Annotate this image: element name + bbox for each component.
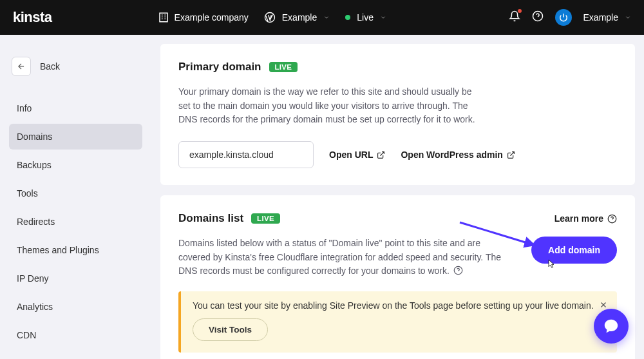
- visit-tools-button[interactable]: Visit Tools: [193, 318, 268, 341]
- domains-list-card: Domains list LIVE Learn more Domains lis…: [160, 195, 635, 359]
- primary-domain-value: example.kinsta.cloud: [178, 141, 314, 168]
- top-bar: kinsta Example company Example Live Exam…: [0, 0, 644, 35]
- chat-icon: [603, 318, 620, 335]
- primary-domain-title: Primary domain: [178, 61, 261, 73]
- site-name: Example: [282, 12, 317, 23]
- header-right: Example: [509, 9, 631, 26]
- external-link-icon: [507, 151, 515, 159]
- svg-rect-0: [160, 13, 167, 22]
- sidebar-item-cdn[interactable]: CDN: [9, 322, 142, 348]
- live-badge: LIVE: [269, 62, 298, 72]
- open-wordpress-admin-link[interactable]: Open WordPress admin: [401, 150, 515, 160]
- chat-widget-button[interactable]: [594, 309, 629, 344]
- open-url-link[interactable]: Open URL: [329, 150, 385, 160]
- site-preview-notice: You can test your site by enabling Site …: [178, 291, 617, 353]
- chevron-down-icon: [625, 14, 631, 21]
- arrow-left-icon: [17, 62, 26, 71]
- learn-more-link[interactable]: Learn more: [554, 213, 617, 224]
- chevron-down-icon: [380, 14, 386, 21]
- sidebar-item-ip-deny[interactable]: IP Deny: [9, 266, 142, 291]
- company-selector[interactable]: Example company: [158, 12, 249, 23]
- status-dot-icon: [345, 15, 350, 20]
- main-content: Primary domain LIVE Your primary domain …: [151, 35, 644, 359]
- environment-label: Live: [357, 12, 374, 23]
- primary-domain-card: Primary domain LIVE Your primary domain …: [160, 44, 635, 185]
- back-label: Back: [40, 61, 60, 72]
- notification-badge: [518, 9, 522, 13]
- sidebar-item-redirects[interactable]: Redirects: [9, 209, 142, 235]
- notice-text: You can test your site by enabling Site …: [193, 300, 605, 311]
- sidebar-item-themes-plugins[interactable]: Themes and Plugins: [9, 237, 142, 263]
- sidebar-item-analytics[interactable]: Analytics: [9, 294, 142, 320]
- sidebar-item-backups[interactable]: Backups: [9, 152, 142, 178]
- live-badge: LIVE: [251, 213, 280, 224]
- kinsta-logo: kinsta: [13, 9, 52, 26]
- environment-selector[interactable]: Live: [345, 12, 386, 23]
- svg-line-11: [381, 151, 384, 155]
- help-button[interactable]: [532, 10, 544, 24]
- building-icon: [158, 12, 169, 23]
- close-icon: [599, 300, 608, 309]
- gravatar-icon[interactable]: [555, 9, 572, 26]
- notifications-button[interactable]: [509, 10, 520, 24]
- help-icon: [532, 10, 544, 22]
- back-button[interactable]: [12, 57, 31, 76]
- sidebar-item-info[interactable]: Info: [9, 95, 142, 121]
- svg-line-12: [510, 151, 514, 155]
- chevron-down-icon: [323, 14, 330, 21]
- external-link-icon: [377, 151, 385, 159]
- sidebar-item-domains[interactable]: Domains: [9, 124, 142, 150]
- domains-list-title: Domains list: [178, 212, 243, 225]
- domains-list-description: Domains listed below with a status of "D…: [178, 238, 501, 276]
- help-icon: [607, 214, 617, 224]
- help-icon[interactable]: [453, 266, 463, 275]
- sidebar: Back Info Domains Backups Tools Redirect…: [0, 35, 151, 359]
- add-domain-button[interactable]: Add domain: [531, 237, 617, 264]
- sidebar-item-tools[interactable]: Tools: [9, 180, 142, 206]
- wordpress-icon: [264, 12, 276, 23]
- back-row[interactable]: Back: [9, 57, 142, 76]
- user-menu[interactable]: Example: [583, 12, 631, 23]
- cursor-icon: [546, 258, 556, 271]
- company-name: Example company: [175, 12, 249, 23]
- user-name: Example: [583, 12, 618, 23]
- site-selector[interactable]: Example: [264, 12, 330, 23]
- primary-domain-description: Your primary domain is the way we refer …: [178, 85, 481, 127]
